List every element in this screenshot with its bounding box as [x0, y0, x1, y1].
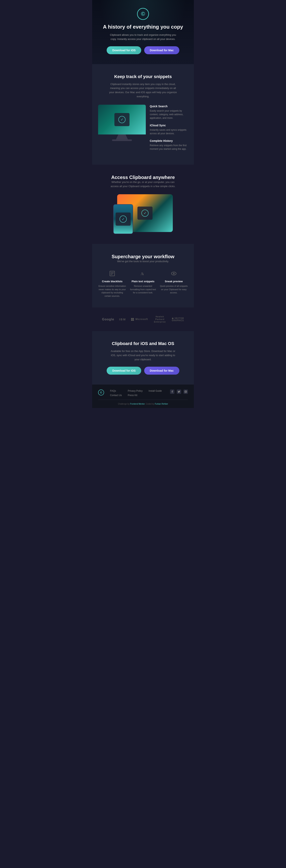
- logo-letter: ©: [141, 11, 145, 17]
- brand-vector: ◉ VECTORGRAPHICS: [172, 317, 184, 321]
- svg-point-14: [185, 391, 186, 392]
- brand-microsoft: Microsoft: [131, 318, 148, 321]
- cta-section: Clipboard for iOS and Mac OS Available f…: [92, 331, 194, 384]
- brand-hp: Hewlett Packard Enterprise: [153, 315, 167, 323]
- phone-overlay: ✓: [116, 213, 131, 226]
- monitor-screen: ✓: [98, 105, 146, 134]
- svg-rect-11: [131, 319, 132, 321]
- footer-link-install[interactable]: Install Guide: [149, 390, 162, 392]
- monitor-base: [112, 140, 132, 141]
- check-icon: ✓: [118, 116, 126, 123]
- download-mac-button[interactable]: Download for Mac: [144, 46, 179, 54]
- brand-ibm: IBM: [119, 318, 126, 321]
- tablet-overlay: ✓: [137, 207, 153, 220]
- monitor-frame: ✓: [98, 105, 146, 134]
- footer-social: [170, 390, 188, 394]
- svg-rect-9: [131, 318, 132, 319]
- phone-screen: ✓: [114, 205, 133, 234]
- hero-section: © A history of everything you copy Clipb…: [92, 0, 194, 64]
- footer-link-contact[interactable]: Contact Us: [110, 394, 122, 397]
- svg-text:i: i: [143, 273, 144, 276]
- feature-complete-history: Complete History Retrieve any snippets f…: [150, 139, 188, 151]
- plaintext-icon: A i: [129, 270, 157, 277]
- phone-frame: ✓: [113, 204, 133, 234]
- cta-subtitle: Available for free on the App Store. Dow…: [109, 349, 177, 362]
- feature-title-3: Complete History: [150, 139, 188, 143]
- feature-icloud-sync: iCloud Sync Instantly saves and syncs sn…: [150, 124, 188, 135]
- footer-link-press[interactable]: Press Kit: [128, 394, 142, 397]
- workflow-card-blacklist: Create blacklists Ensure sensitive infor…: [98, 270, 126, 298]
- cta-btn-group: Download for iOS Download for Mac: [98, 367, 188, 375]
- monitor-illustration: ✓: [98, 105, 146, 141]
- footer-link-faqs[interactable]: FAQs: [110, 390, 122, 392]
- svg-point-8: [173, 273, 174, 274]
- cta-download-mac-button[interactable]: Download for Mac: [144, 367, 179, 375]
- workflow-desc-2: Remove unwanted formatting from copied t…: [129, 284, 157, 294]
- footer-top: © FAQs Contact Us Privacy Policy Press K…: [98, 390, 188, 397]
- svg-rect-0: [110, 271, 115, 276]
- snippets-title: Keep track of your snippets: [98, 74, 188, 79]
- workflow-title: Supercharge your workflow: [98, 254, 188, 259]
- footer-credit: Challenge by Frontend Mentor. Coded by F…: [98, 403, 188, 405]
- access-title: Access Clipboard anywhere: [98, 175, 188, 180]
- workflow-grid: Create blacklists Ensure sensitive infor…: [98, 270, 188, 298]
- workflow-desc-1: Ensure sensitive information never makes…: [98, 284, 126, 298]
- svg-rect-10: [132, 318, 134, 319]
- download-ios-button[interactable]: Download for iOS: [107, 46, 141, 54]
- footer: © FAQs Contact Us Privacy Policy Press K…: [92, 384, 194, 408]
- workflow-section: Supercharge your workflow We've got the …: [92, 244, 194, 308]
- footer-logo: ©: [98, 390, 104, 396]
- snippets-subtitle: Clipboard instantly stores any item you …: [107, 82, 179, 99]
- twitter-icon[interactable]: [177, 390, 181, 394]
- feature-quick-search: Quick Search Easily search your snippets…: [150, 105, 188, 120]
- feature-title-1: Quick Search: [150, 105, 188, 108]
- footer-bottom: Challenge by Frontend Mentor. Coded by F…: [98, 400, 188, 405]
- access-section: Access Clipboard anywhere Whether you're…: [92, 165, 194, 244]
- phone-check-icon: ✓: [120, 216, 127, 223]
- hero-subtitle: Clipboard allows you to track and organi…: [109, 33, 177, 41]
- workflow-subtitle: We've got the tools to boost your produc…: [107, 259, 179, 264]
- footer-col-2: Privacy Policy Press Kit: [128, 390, 142, 397]
- footer-logo-circle: ©: [98, 390, 104, 396]
- feature-desc-2: Instantly saves and syncs snippets acros…: [150, 128, 188, 135]
- cta-download-ios-button[interactable]: Download for iOS: [107, 367, 141, 375]
- cta-title: Clipboard for iOS and Mac OS: [98, 341, 188, 346]
- brands-section: Google IBM Microsoft Hewlett Packard Ent…: [92, 308, 194, 331]
- feature-desc-1: Easily search your snippets by content, …: [150, 109, 188, 120]
- footer-logo-letter: ©: [100, 391, 102, 394]
- feature-title-2: iCloud Sync: [150, 124, 188, 127]
- monitor-area: ✓ Quick Search Easily search your snippe…: [98, 105, 188, 155]
- facebook-icon[interactable]: [170, 390, 174, 394]
- hero-btn-group: Download for iOS Download for Mac: [96, 46, 190, 54]
- monitor-overlay: ✓: [115, 113, 129, 126]
- workflow-card-plaintext: A i Plain text snippets Remove unwanted …: [129, 270, 157, 298]
- access-subtitle: Whether you're on the go, or at your com…: [107, 180, 179, 188]
- features-list: Quick Search Easily search your snippets…: [150, 105, 188, 155]
- hero-title: A history of everything you copy: [96, 24, 190, 30]
- logo: ©: [137, 8, 149, 20]
- device-container: ✓ ✓: [113, 194, 173, 234]
- workflow-title-3: Sneak preview: [160, 280, 188, 283]
- footer-col-3: Install Guide: [149, 390, 162, 397]
- monitor-stand: [116, 134, 128, 140]
- feature-desc-3: Retrieve any snippets from the first mom…: [150, 144, 188, 151]
- workflow-title-1: Create blacklists: [98, 280, 126, 283]
- snippets-section: Keep track of your snippets Clipboard in…: [92, 64, 194, 165]
- footer-links: FAQs Contact Us Privacy Policy Press Kit…: [110, 390, 164, 397]
- sneak-preview-icon: [160, 270, 188, 277]
- tablet-check-icon: ✓: [141, 210, 149, 217]
- footer-col-1: FAQs Contact Us: [110, 390, 122, 397]
- blacklist-icon: [98, 270, 126, 277]
- brand-google: Google: [102, 318, 114, 321]
- frontend-mentor-link[interactable]: Frontend Mentor: [130, 403, 145, 405]
- coder-link[interactable]: Furkan Rehber: [155, 403, 168, 405]
- svg-point-7: [171, 272, 176, 275]
- svg-point-15: [186, 391, 187, 391]
- workflow-title-2: Plain text snippets: [129, 280, 157, 283]
- footer-link-privacy[interactable]: Privacy Policy: [128, 390, 142, 392]
- svg-rect-12: [132, 319, 134, 321]
- instagram-icon[interactable]: [184, 390, 188, 394]
- workflow-card-sneak: Sneak preview Quick preview of all snipp…: [160, 270, 188, 298]
- workflow-desc-3: Quick preview of all snippets on your Cl…: [160, 284, 188, 294]
